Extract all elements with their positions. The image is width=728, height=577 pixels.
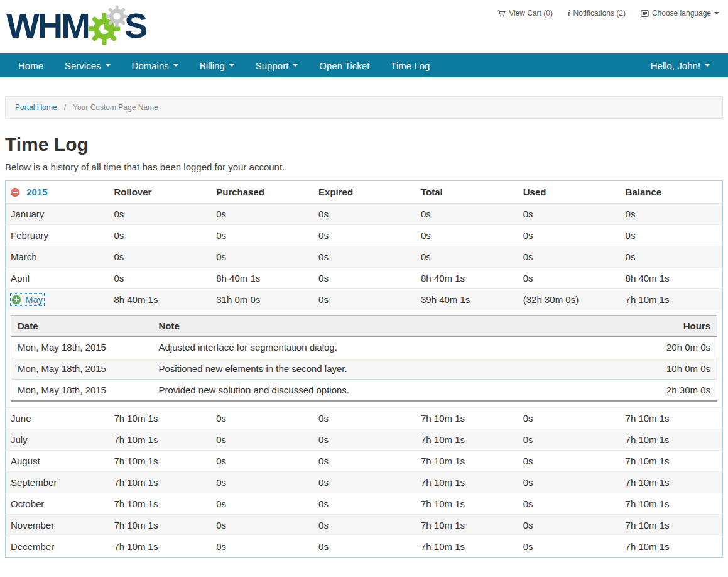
nav-item-label: Open Ticket [319,60,369,71]
value-cell: 7h 10m 1s [416,536,518,558]
value-cell: 0s [313,289,416,310]
value-cell: 0s [518,429,621,451]
chevron-down-icon [229,64,234,67]
time-entries-table: DateNoteHoursMon, May 18th, 2015Adjusted… [11,315,717,402]
detail-column-header: Date [11,316,153,337]
entry-date-cell: Mon, May 18th, 2015 [11,337,153,358]
month-link[interactable]: May [25,294,43,305]
value-cell: 0s [518,472,621,493]
gear-icon [106,5,128,28]
value-cell: 7h 10m 1s [621,289,723,310]
value-cell: 7h 10m 1s [109,493,211,515]
value-cell: 7h 10m 1s [621,515,723,536]
month-row-september: September7h 10m 1s0s0s7h 10m 1s0s7h 10m … [6,472,723,493]
value-cell: 0s [518,268,621,289]
value-cell: 7h 10m 1s [621,536,723,558]
chevron-down-icon [173,64,178,67]
month-name-cell: March [6,246,109,268]
value-cell: 7h 10m 1s [621,472,723,493]
column-header: Balance [621,181,723,204]
value-cell: 7h 10m 1s [416,429,518,451]
month-row-august: August7h 10m 1s0s0s7h 10m 1s0s7h 10m 1s [6,451,723,472]
navbar-items: HomeServicesDomainsBillingSupportOpen Ti… [8,53,440,77]
nav-item-time-log[interactable]: Time Log [380,53,440,77]
value-cell: 39h 40m 1s [416,289,518,310]
collapse-year-icon[interactable] [11,188,19,197]
value-cell: 0s [109,268,211,289]
time-entry-row: Mon, May 18th, 2015Adjusted interface fo… [11,337,717,358]
month-detail-row: DateNoteHoursMon, May 18th, 2015Adjusted… [6,310,723,408]
time-table-body: January0s0s0s0s0s0sFebruary0s0s0s0s0s0sM… [6,204,723,558]
column-header: Purchased [211,181,313,204]
month-name-cell: January [6,204,109,225]
value-cell: 0s [211,515,313,536]
month-row-december: December7h 10m 1s0s0s7h 10m 1s0s7h 10m 1… [6,536,723,558]
notifications-icon: i [568,9,570,18]
nav-item-open-ticket[interactable]: Open Ticket [308,53,380,77]
value-cell: 7h 10m 1s [621,429,723,451]
whmcs-logo[interactable]: WHM [6,4,146,48]
header-links: View Cart (0)iNotifications (2)Choose la… [497,9,719,18]
chevron-down-icon [714,12,719,14]
month-row-june: June7h 10m 1s0s0s7h 10m 1s0s7h 10m 1s [6,408,723,429]
nav-item-support[interactable]: Support [245,53,309,77]
year-link[interactable]: 2015 [26,187,47,197]
value-cell: 0s [109,204,211,225]
breadcrumb: Portal Home / Your Custom Page Name [5,96,723,119]
nav-item-label: Services [65,60,101,71]
year-cell: 2015 [6,181,109,204]
value-cell: 0s [313,204,416,225]
nav-item-label: Billing [200,60,225,71]
value-cell: 0s [211,225,313,246]
header-link-view-cart[interactable]: View Cart (0) [497,9,553,18]
month-row-march: March0s0s0s0s0s0s [6,246,723,268]
value-cell: 0s [416,204,518,225]
month-name-cell: December [6,536,109,558]
header-link-notifications[interactable]: iNotifications (2) [568,9,626,18]
month-row-july: July7h 10m 1s0s0s7h 10m 1s0s7h 10m 1s [6,429,723,451]
time-entries-body: Mon, May 18th, 2015Adjusted interface fo… [11,337,717,402]
year-header-row: 2015 RolloverPurchasedExpiredTotalUsedBa… [6,181,723,204]
entry-note-cell: Positioned new elements in the second la… [153,358,633,380]
column-header: Total [416,181,518,204]
value-cell: 0s [621,246,723,268]
month-name-cell: April [6,268,109,289]
nav-item-services[interactable]: Services [54,53,121,77]
page-subtitle: Below is a history of all time that has … [5,162,723,172]
detail-column-header: Note [153,316,633,337]
value-cell: 0s [621,204,723,225]
nav-item-domains[interactable]: Domains [121,53,189,77]
month-name-cell: November [6,515,109,536]
value-cell: 0s [518,204,621,225]
month-row-april: April0s8h 40m 1s0s8h 40m 1s0s8h 40m 1s [6,268,723,289]
time-log-table-head: 2015 RolloverPurchasedExpiredTotalUsedBa… [6,181,723,204]
breadcrumb-separator: / [64,103,66,112]
nav-item-label: Home [18,60,43,71]
value-cell: 7h 10m 1s [621,493,723,515]
month-name-cell: July [6,429,109,451]
month-row-january: January0s0s0s0s0s0s [6,204,723,225]
time-entries-head: DateNoteHours [11,316,717,337]
value-cell: 0s [313,493,416,515]
value-cell: 0s [621,225,723,246]
month-name-cell: September [6,472,109,493]
entry-hours-cell: 10h 0m 0s [633,358,717,380]
breadcrumb-portal-home[interactable]: Portal Home [15,103,57,112]
value-cell: 7h 10m 1s [416,515,518,536]
month-name-cell: August [6,451,109,472]
user-menu[interactable]: Hello, John! [640,53,720,77]
column-header: Used [518,181,621,204]
value-cell: 7h 10m 1s [621,451,723,472]
entry-date-cell: Mon, May 18th, 2015 [11,358,153,380]
value-cell: 0s [416,246,518,268]
nav-item-home[interactable]: Home [8,53,54,77]
page-title: Time Log [5,134,723,155]
value-cell: 0s [109,246,211,268]
value-cell: 31h 0m 0s [211,289,313,310]
value-cell: 7h 10m 1s [416,472,518,493]
expand-month-icon[interactable] [12,295,21,304]
month-name-cell: June [6,408,109,429]
value-cell: 0s [211,408,313,429]
header-link-choose-language[interactable]: Choose language [641,9,719,18]
nav-item-billing[interactable]: Billing [189,53,245,77]
